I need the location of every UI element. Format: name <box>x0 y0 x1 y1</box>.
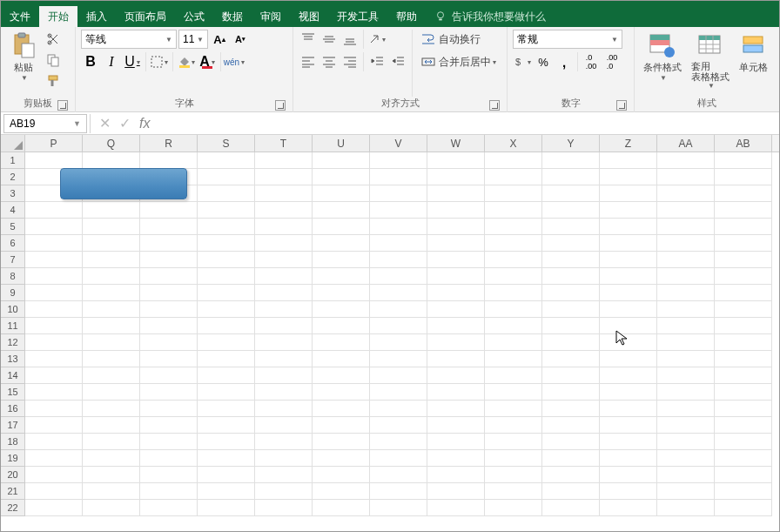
cell[interactable] <box>485 401 542 417</box>
row-header[interactable]: 9 <box>1 285 24 301</box>
cell[interactable] <box>370 268 427 285</box>
cell[interactable] <box>427 202 485 219</box>
cell[interactable] <box>198 185 255 202</box>
cell[interactable] <box>313 483 370 500</box>
cell[interactable] <box>255 268 313 285</box>
cell[interactable] <box>25 417 83 434</box>
cell[interactable] <box>600 169 657 185</box>
cell[interactable] <box>198 483 255 500</box>
cell[interactable] <box>485 367 542 384</box>
alignment-launcher[interactable] <box>489 100 500 111</box>
cell[interactable] <box>657 318 715 334</box>
cell[interactable] <box>427 450 485 467</box>
cell[interactable] <box>313 185 370 202</box>
indent-increase-button[interactable] <box>388 52 407 71</box>
cell[interactable] <box>542 318 600 334</box>
fx-icon[interactable]: fx <box>139 116 150 131</box>
cell[interactable] <box>600 500 657 516</box>
cell[interactable] <box>657 185 715 202</box>
cell[interactable] <box>542 334 600 351</box>
cell[interactable] <box>542 467 600 483</box>
cell[interactable] <box>255 334 313 351</box>
cell[interactable] <box>370 483 427 500</box>
cell[interactable] <box>255 235 313 252</box>
cell[interactable] <box>255 367 313 384</box>
cell[interactable] <box>370 351 427 367</box>
cell[interactable] <box>370 235 427 252</box>
row-header[interactable]: 18 <box>1 434 24 450</box>
cell[interactable] <box>715 152 772 169</box>
decrease-decimal-button[interactable]: .00.0 <box>602 52 622 71</box>
cell[interactable] <box>313 202 370 219</box>
cell[interactable] <box>83 285 140 301</box>
cell[interactable] <box>140 367 198 384</box>
cell[interactable] <box>657 252 715 268</box>
cell[interactable] <box>427 301 485 318</box>
cell[interactable] <box>427 401 485 417</box>
cell[interactable] <box>657 152 715 169</box>
cell[interactable] <box>198 268 255 285</box>
cell[interactable] <box>198 318 255 334</box>
cell[interactable] <box>25 401 83 417</box>
italic-button[interactable]: I <box>102 52 121 71</box>
row-header[interactable]: 2 <box>1 169 24 185</box>
cell[interactable] <box>140 301 198 318</box>
cell[interactable] <box>370 401 427 417</box>
cell[interactable] <box>657 434 715 450</box>
cell[interactable] <box>657 235 715 252</box>
cell[interactable] <box>542 169 600 185</box>
cell[interactable] <box>485 500 542 516</box>
cell[interactable] <box>427 417 485 434</box>
column-header[interactable]: AB <box>715 135 772 152</box>
cell[interactable] <box>370 202 427 219</box>
cell[interactable] <box>313 450 370 467</box>
cell[interactable] <box>485 252 542 268</box>
cell[interactable] <box>25 252 83 268</box>
cell[interactable] <box>485 434 542 450</box>
cell[interactable] <box>600 219 657 235</box>
cell[interactable] <box>25 268 83 285</box>
align-middle-button[interactable] <box>319 30 339 49</box>
column-header[interactable]: S <box>198 135 255 152</box>
border-button[interactable]: ▾ <box>150 52 169 71</box>
copy-button[interactable] <box>44 51 63 70</box>
cell[interactable] <box>600 202 657 219</box>
cell[interactable] <box>427 351 485 367</box>
cell[interactable] <box>715 334 772 351</box>
cell[interactable] <box>140 401 198 417</box>
cell[interactable] <box>600 467 657 483</box>
cell[interactable] <box>485 467 542 483</box>
cell[interactable] <box>600 285 657 301</box>
cell[interactable] <box>83 483 140 500</box>
format-as-table-button[interactable]: 套用 表格格式▼ <box>688 30 733 91</box>
cell[interactable] <box>140 152 198 169</box>
cell[interactable] <box>370 367 427 384</box>
cell[interactable] <box>542 152 600 169</box>
cell[interactable] <box>255 483 313 500</box>
cell[interactable] <box>542 351 600 367</box>
cell[interactable] <box>485 152 542 169</box>
cell[interactable] <box>427 285 485 301</box>
cell[interactable] <box>313 384 370 401</box>
cell[interactable] <box>313 219 370 235</box>
number-launcher[interactable] <box>616 100 627 111</box>
align-right-button[interactable] <box>340 52 360 71</box>
cell[interactable] <box>83 500 140 516</box>
tab-insert[interactable]: 插入 <box>77 6 116 27</box>
cell[interactable] <box>83 235 140 252</box>
cell[interactable] <box>542 434 600 450</box>
name-box[interactable]: AB19▼ <box>3 114 87 133</box>
cell[interactable] <box>255 252 313 268</box>
cell[interactable] <box>542 301 600 318</box>
cell[interactable] <box>198 467 255 483</box>
cell[interactable] <box>657 401 715 417</box>
underline-button[interactable]: U▾ <box>123 52 142 71</box>
cell[interactable] <box>600 185 657 202</box>
bold-button[interactable]: B <box>81 52 100 71</box>
row-header[interactable]: 8 <box>1 268 24 285</box>
cell[interactable] <box>542 401 600 417</box>
cell[interactable] <box>140 483 198 500</box>
tab-help[interactable]: 帮助 <box>387 6 426 27</box>
cell[interactable] <box>370 219 427 235</box>
cell[interactable] <box>83 268 140 285</box>
